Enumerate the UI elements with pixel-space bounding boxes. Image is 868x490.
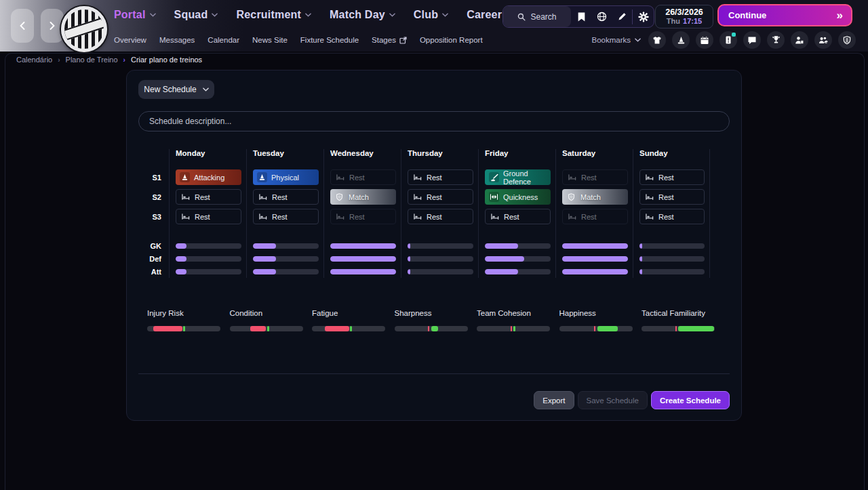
session-friday-ground-defence[interactable]: Ground Defence	[485, 169, 551, 185]
stat-segment-red	[250, 326, 267, 331]
back-button[interactable]	[11, 9, 34, 43]
session-monday-attacking[interactable]: Attacking	[176, 169, 241, 185]
bed-icon	[644, 211, 654, 222]
schedule-description-input[interactable]	[138, 111, 730, 131]
intensity-fill	[253, 256, 276, 262]
session-label: Rest	[349, 213, 365, 221]
stat-segment-green	[350, 326, 352, 331]
stat-label: Injury Risk	[147, 309, 220, 317]
bookmarks-bar: Bookmarks	[591, 31, 856, 49]
intensity-bar-sunday-att	[639, 269, 705, 274]
history-nav	[11, 9, 64, 43]
subnav-item-overview[interactable]: Overview	[114, 36, 146, 44]
nav-item-label: Squad	[174, 9, 208, 21]
nav-item-portal[interactable]: Portal	[114, 9, 156, 21]
subnav-item-fixture-schedule[interactable]: Fixture Schedule	[300, 36, 359, 44]
session-saturday-rest[interactable]: Rest	[562, 169, 628, 185]
top-bar: PortalSquadRecruitmentMatch DayClubCaree…	[0, 0, 868, 52]
intensity-bar-monday-gk	[176, 243, 241, 249]
create-schedule-button[interactable]: Create Schedule	[651, 391, 730, 409]
session-monday-rest[interactable]: Rest	[176, 189, 241, 205]
subnav-item-stages[interactable]: Stages	[372, 36, 407, 44]
pencil-icon[interactable]	[612, 6, 632, 27]
breadcrumb-item-plano-de-treino[interactable]: Plano de Treino	[66, 56, 118, 64]
chat-icon[interactable]	[743, 31, 761, 49]
chevron-down-icon	[212, 13, 218, 17]
bed-icon	[412, 172, 422, 182]
stat-team-cohesion: Team Cohesion	[477, 309, 550, 331]
quick-access-icons	[648, 31, 856, 49]
subnav-item-news-site[interactable]: News Site	[252, 36, 288, 44]
jersey-icon[interactable]	[648, 31, 666, 49]
session-friday-rest[interactable]: Rest	[485, 209, 551, 224]
chevron-down-icon	[389, 13, 395, 17]
gear-icon[interactable]	[633, 6, 654, 27]
subnav-item-calendar[interactable]: Calendar	[208, 36, 239, 44]
intensity-fill	[408, 256, 410, 262]
save-schedule-button[interactable]: Save Schedule	[578, 391, 648, 409]
globe-icon[interactable]	[591, 6, 612, 27]
session-saturday-rest[interactable]: Rest	[562, 209, 628, 224]
news-alert-icon[interactable]	[719, 31, 737, 49]
export-button[interactable]: Export	[534, 391, 574, 409]
subnav-item-messages[interactable]: Messages	[159, 36, 195, 44]
search-button[interactable]: Search	[503, 6, 571, 27]
intensity-fill	[253, 269, 276, 274]
intensity-bar-thursday-def	[408, 256, 473, 262]
continue-button[interactable]: Continue »	[717, 4, 852, 26]
session-tuesday-physical[interactable]: Physical	[253, 169, 319, 185]
bookmarks-dropdown[interactable]: Bookmarks	[591, 36, 641, 44]
session-thursday-rest[interactable]: Rest	[408, 209, 473, 224]
trophy-icon[interactable]	[767, 31, 785, 49]
subnav-item-label: Overview	[114, 36, 146, 44]
session-sunday-rest[interactable]: Rest	[639, 169, 705, 185]
transfers-icon[interactable]	[791, 31, 808, 49]
subnav-item-opposition-report[interactable]: Opposition Report	[420, 36, 483, 44]
session-sunday-rest[interactable]: Rest	[639, 189, 705, 205]
breadcrumb-item-calendrio[interactable]: Calendário	[16, 56, 52, 64]
session-tuesday-rest[interactable]: Rest	[253, 209, 319, 224]
subnav-item-label: Messages	[159, 36, 195, 44]
social-icon[interactable]	[814, 31, 832, 49]
bed-icon	[180, 192, 191, 202]
game-date[interactable]: 26/3/2026 Thu17:15	[655, 5, 713, 28]
intensity-fill	[639, 269, 642, 274]
bed-icon	[335, 172, 345, 182]
schedule-name-dropdown[interactable]: New Schedule	[138, 80, 214, 99]
training-cone-icon[interactable]	[672, 31, 690, 49]
training-stats: Injury RiskConditionFatigueSharpnessTeam…	[147, 309, 730, 331]
shield-icon	[334, 192, 344, 202]
session-sunday-rest[interactable]: Rest	[639, 209, 705, 224]
session-wednesday-rest[interactable]: Rest	[330, 169, 396, 185]
session-friday-quickness[interactable]: Quickness	[485, 189, 551, 205]
session-saturday-match[interactable]: Match	[562, 189, 628, 205]
session-tuesday-rest[interactable]: Rest	[253, 189, 319, 205]
session-wednesday-match[interactable]: Match	[330, 189, 396, 205]
nav-item-recruitment[interactable]: Recruitment	[236, 9, 311, 21]
forward-button[interactable]	[41, 9, 64, 43]
intensity-fill	[639, 256, 642, 262]
session-thursday-rest[interactable]: Rest	[408, 169, 473, 185]
session-wednesday-rest[interactable]: Rest	[330, 209, 396, 224]
bed-icon	[567, 172, 577, 182]
day-header: Monday	[176, 149, 241, 169]
continue-label: Continue	[728, 10, 766, 20]
club-logo[interactable]	[61, 6, 107, 52]
calendar-icon[interactable]	[696, 31, 713, 49]
nav-item-club[interactable]: Club	[414, 9, 448, 21]
intensity-bar-thursday-att	[408, 269, 473, 274]
intensity-bar-friday-def	[485, 256, 551, 262]
day-column-friday: FridayGround DefenceQuicknessRest	[478, 149, 555, 278]
bookmark-icon[interactable]	[571, 6, 591, 27]
nav-item-match-day[interactable]: Match Day	[330, 9, 395, 21]
intensity-fill	[562, 243, 628, 249]
session-monday-rest[interactable]: Rest	[176, 209, 241, 224]
club-crest-icon[interactable]	[838, 31, 856, 49]
stat-label: Happiness	[559, 309, 633, 317]
session-thursday-rest[interactable]: Rest	[408, 189, 473, 205]
intensity-bar-saturday-gk	[562, 243, 628, 249]
bed-icon	[335, 211, 345, 222]
bed-icon	[258, 211, 268, 222]
intensity-bar-sunday-def	[639, 256, 705, 262]
nav-item-squad[interactable]: Squad	[174, 9, 218, 21]
